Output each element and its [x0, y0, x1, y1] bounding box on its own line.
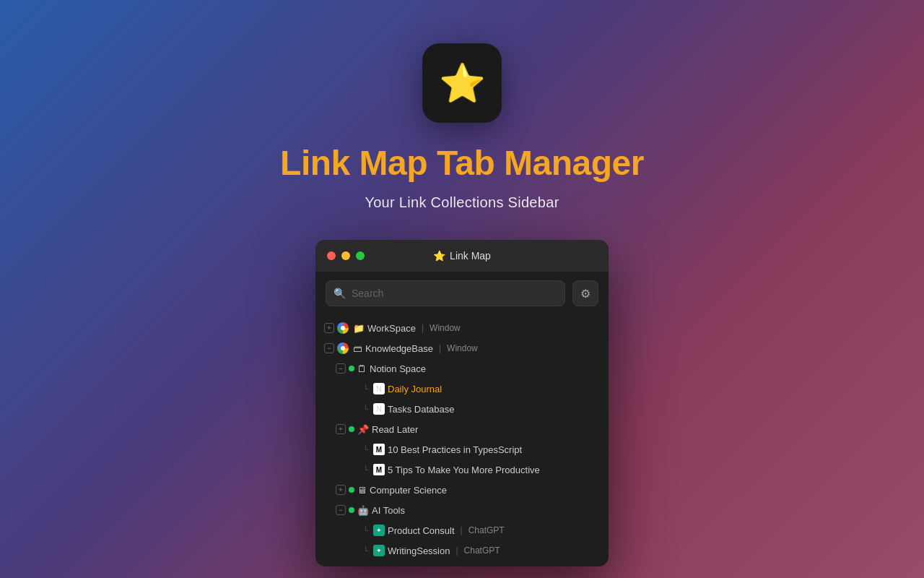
row-label: Daily Journal	[388, 384, 442, 394]
tree-row[interactable]: − 🤖 AI Tools	[315, 500, 609, 520]
ai-tools-emoji-icon: 🤖	[357, 505, 369, 516]
status-dot	[349, 487, 354, 493]
notion-icon: N	[373, 383, 385, 394]
settings-button[interactable]: ⚙	[572, 280, 598, 306]
traffic-lights	[327, 251, 365, 260]
expand-icon[interactable]: +	[336, 424, 346, 434]
notion-icon: N	[373, 403, 385, 415]
row-tag: Window	[430, 323, 461, 333]
app-title: Link Map Tab Manager	[280, 143, 644, 183]
tree-row[interactable]: └ M 10 Best Practices in TypesScript	[315, 439, 609, 460]
window-titlebar: ⭐ Link Map	[315, 240, 609, 272]
gear-icon: ⚙	[580, 287, 590, 301]
expand-icon[interactable]: +	[324, 323, 334, 333]
medium-icon: M	[373, 464, 385, 475]
row-label: Notion Space	[370, 363, 426, 374]
chrome-favicon-icon	[337, 342, 349, 354]
row-label: Computer Science	[370, 485, 447, 496]
star-icon: ⭐	[439, 64, 486, 102]
app-icon: ⭐	[422, 43, 502, 123]
row-tag: ChatGPT	[464, 545, 500, 556]
tree-row[interactable]: + 📌 Read Later	[315, 419, 609, 439]
folder-emoji-icon: 🗃	[353, 343, 362, 354]
row-label: 5 Tips To Make You More Productive	[388, 465, 540, 475]
tree-row[interactable]: − 🗒 Notion Space	[315, 358, 609, 379]
chrome-favicon-icon	[337, 322, 349, 334]
row-label: KnowledgeBase	[365, 343, 433, 354]
chatgpt-icon: ✦	[373, 525, 385, 536]
window-title-text: Link Map	[450, 250, 491, 262]
tree-row[interactable]: └ M 5 Tips To Make You More Productive	[315, 460, 609, 480]
title-star-icon: ⭐	[433, 250, 445, 262]
maximize-button[interactable]	[356, 251, 365, 260]
row-label: 10 Best Practices in TypesScript	[388, 444, 522, 455]
row-tag: ChatGPT	[468, 525, 505, 535]
medium-icon: M	[373, 444, 385, 455]
pipe-separator: |	[439, 343, 441, 353]
folder-emoji-icon: 📁	[353, 323, 365, 334]
row-label: Tasks Database	[388, 404, 455, 415]
app-window: ⭐ Link Map 🔍 Search ⚙ + 📁 WorkSpace | Wi…	[315, 240, 609, 566]
tree-row[interactable]: + 📁 WorkSpace | Window	[315, 318, 609, 338]
tree-row[interactable]: └ ✦ Product Consult | ChatGPT	[315, 520, 609, 540]
expand-icon[interactable]: −	[336, 363, 346, 374]
row-tag: Window	[447, 343, 478, 353]
app-subtitle: Your Link Collections Sidebar	[365, 194, 559, 211]
computer-science-emoji-icon: 🖥	[357, 485, 367, 496]
close-button[interactable]	[327, 251, 336, 260]
pipe-separator: |	[461, 525, 463, 535]
status-dot	[349, 426, 354, 432]
read-later-emoji-icon: 📌	[357, 424, 369, 435]
tree-row[interactable]: − 🗃 KnowledgeBase | Window	[315, 338, 609, 358]
chatgpt-icon: ✦	[373, 545, 385, 556]
search-area: 🔍 Search ⚙	[315, 272, 609, 315]
window-title: ⭐ Link Map	[433, 250, 491, 262]
expand-icon[interactable]: −	[324, 343, 334, 353]
expand-icon[interactable]: +	[336, 485, 346, 495]
row-label: Read Later	[372, 424, 418, 435]
search-box[interactable]: 🔍 Search	[326, 280, 565, 306]
tree-row[interactable]: └ ✦ WritingSession | ChatGPT	[315, 540, 609, 561]
pipe-separator: |	[456, 545, 458, 556]
tree-row[interactable]: + 🖥 Computer Science	[315, 480, 609, 500]
tree-content: + 📁 WorkSpace | Window − 🗃 KnowledgeBase…	[315, 315, 609, 566]
row-label: WritingSession	[388, 545, 450, 556]
status-dot	[349, 366, 354, 371]
expand-icon[interactable]: −	[336, 505, 346, 515]
search-placeholder-text: Search	[352, 288, 383, 299]
status-dot	[349, 507, 354, 513]
tree-row[interactable]: └ N Tasks Database	[315, 399, 609, 419]
notion-space-emoji-icon: 🗒	[357, 363, 367, 374]
row-label: Product Consult	[388, 525, 455, 536]
pipe-separator: |	[422, 323, 424, 333]
row-label: AI Tools	[372, 505, 405, 516]
minimize-button[interactable]	[341, 251, 350, 260]
tree-row[interactable]: └ N Daily Journal	[315, 379, 609, 399]
search-icon: 🔍	[334, 288, 346, 299]
row-label: WorkSpace	[367, 323, 416, 334]
